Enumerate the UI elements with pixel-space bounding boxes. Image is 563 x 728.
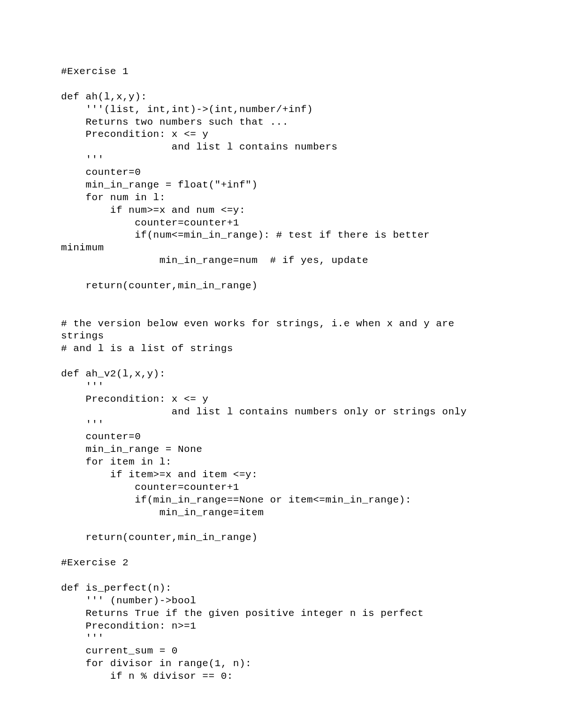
code-line: ''' <box>61 381 502 393</box>
code-line: return(counter,min_in_range) <box>61 532 502 544</box>
code-line: for divisor in range(1, n): <box>61 658 502 670</box>
code-line: and list l contains numbers <box>61 141 502 154</box>
code-line: Precondition: x <= y <box>61 128 502 141</box>
code-line: '''(list, int,int)->(int,number/+inf) <box>61 104 502 116</box>
code-line: ''' <box>61 154 502 166</box>
code-line: counter=0 <box>61 431 502 443</box>
code-line: and list l contains numbers only or stri… <box>61 406 502 419</box>
code-line: if(min_in_range==None or item<=min_in_ra… <box>61 494 502 507</box>
code-line: Precondition: x <= y <box>61 393 502 406</box>
code-line: ''' <box>61 419 502 431</box>
code-line: #Exercise 2 <box>61 557 502 570</box>
code-line: min_in_range = float("+inf") <box>61 179 502 192</box>
code-line: # and l is a list of strings <box>61 343 502 355</box>
code-line: for num in l: <box>61 192 502 204</box>
code-line: if(num<=min_in_range): # test if there i… <box>61 229 502 242</box>
code-line: def ah(l,x,y): <box>61 91 502 104</box>
code-line: Returns two numbers such that ... <box>61 116 502 129</box>
code-line: ''' <box>61 632 502 645</box>
code-line: ''' (number)->bool <box>61 595 502 608</box>
code-line <box>61 305 502 318</box>
code-line <box>61 570 502 582</box>
code-line: counter=counter+1 <box>61 217 502 230</box>
code-line <box>61 78 502 91</box>
code-line: if item>=x and item <=y: <box>61 469 502 481</box>
code-line <box>61 293 502 305</box>
code-line: # the version below even works for strin… <box>61 318 502 330</box>
code-line: min_in_range = None <box>61 443 502 456</box>
code-line: min_in_range=num # if yes, update <box>61 255 502 267</box>
code-line: if num>=x and num <=y: <box>61 204 502 217</box>
code-line: counter=0 <box>61 166 502 179</box>
code-line: strings <box>61 330 502 343</box>
code-document: #Exercise 1 def ah(l,x,y): '''(list, int… <box>61 66 502 683</box>
code-line <box>61 267 502 280</box>
code-line: return(counter,min_in_range) <box>61 280 502 293</box>
code-line: def is_perfect(n): <box>61 582 502 595</box>
code-line <box>61 544 502 557</box>
code-line <box>61 519 502 532</box>
code-line: def ah_v2(l,x,y): <box>61 368 502 381</box>
code-line: current_sum = 0 <box>61 645 502 658</box>
code-line: #Exercise 1 <box>61 66 502 78</box>
code-line: for item in l: <box>61 456 502 469</box>
code-line: min_in_range=item <box>61 507 502 519</box>
code-line: Returns True if the given positive integ… <box>61 608 502 620</box>
code-line: Precondition: n>=1 <box>61 620 502 633</box>
code-line: counter=counter+1 <box>61 481 502 494</box>
code-line: minimum <box>61 242 502 255</box>
code-line <box>61 355 502 368</box>
code-line: if n % divisor == 0: <box>61 670 502 683</box>
